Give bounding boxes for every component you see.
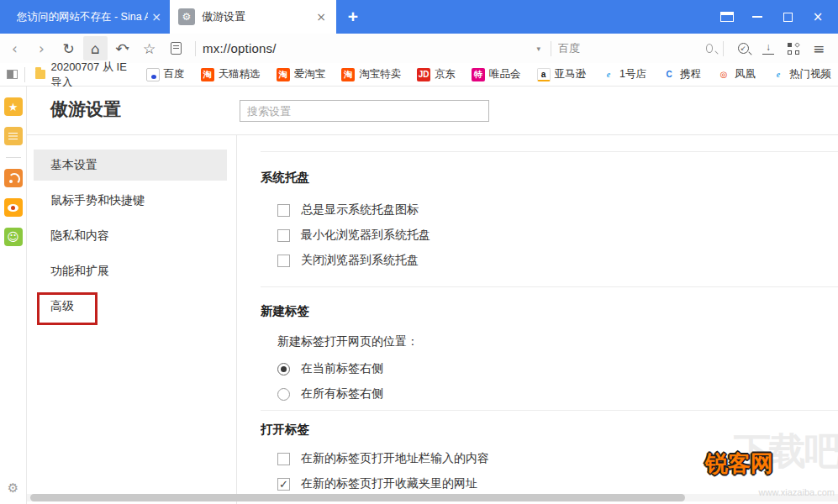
folder-icon [35, 70, 46, 79]
window-controls: × [712, 0, 838, 34]
bookmark-taobao-sale[interactable]: 淘 淘宝特卖 [341, 67, 401, 81]
bookmark-folder[interactable]: 20200707 从 IE 导入 [35, 60, 130, 90]
search-icon[interactable] [706, 44, 713, 53]
close-window-button[interactable]: × [803, 0, 833, 34]
settings-gear-icon[interactable]: ⚙ [8, 480, 18, 496]
favorites-star-icon[interactable]: ★ [4, 97, 23, 116]
reading-list-button[interactable] [164, 36, 188, 60]
layout-panel-button[interactable] [712, 0, 742, 34]
bookmark-ctrip[interactable]: C 携程 [662, 67, 701, 81]
bookmark-aitaobao[interactable]: 淘 爱淘宝 [277, 67, 326, 81]
apps-grid-button[interactable] [781, 36, 806, 60]
ctrip-dolphin-icon: C [662, 68, 676, 81]
section-heading-opentab: 打开标签 [261, 421, 838, 438]
minimize-icon [752, 16, 762, 18]
checkbox-row[interactable]: ✓ 在新的标签页打开地址栏输入的内容 [261, 449, 838, 468]
divider [261, 151, 838, 152]
bookmark-jd[interactable]: JD 京东 [417, 67, 456, 81]
main-menu-button[interactable]: ≡ [806, 36, 831, 60]
tab-title: 傲游设置 [202, 9, 313, 24]
taobao-icon: 淘 [341, 68, 355, 81]
chevron-down-icon: ▾ [126, 45, 129, 52]
divider [551, 41, 551, 56]
home-button[interactable]: ⌂ [83, 36, 108, 60]
ie-e-icon: e [772, 68, 785, 81]
reload-button[interactable]: ↻ [56, 36, 81, 60]
forward-button[interactable]: › [29, 36, 54, 60]
titlebar: 您访问的网站不存在 - Sina A × ⚙ 傲游设置 × + × [0, 0, 838, 34]
baidu-paw-icon [146, 68, 160, 81]
checkbox-row[interactable]: ✓ 在新的标签页打开收藏夹里的网址 [261, 475, 838, 492]
bookmark-ifeng[interactable]: ◎ 凤凰 [717, 67, 756, 81]
radio[interactable] [277, 388, 290, 401]
menu-item-privacy[interactable]: 隐私和内容 [34, 220, 227, 251]
newtab-position-label: 新建标签打开网页的位置： [261, 334, 838, 349]
scrollbar-thumb[interactable] [30, 494, 685, 501]
download-button[interactable] [756, 36, 781, 60]
menu-item-gestures[interactable]: 鼠标手势和快捷键 [34, 185, 227, 216]
tab-title: 您访问的网站不存在 - Sina A [17, 10, 148, 24]
maximize-button[interactable] [772, 0, 803, 34]
bookmark-tmall[interactable]: 淘 天猫精选 [201, 67, 261, 81]
taobao-icon: 淘 [201, 68, 214, 81]
checkbox-row[interactable]: ✓ 关闭浏览器到系统托盘 [261, 251, 838, 270]
bookmark-amazon[interactable]: a 亚马逊 [537, 67, 587, 81]
checkbox-row[interactable]: ✓ 最小化浏览器到系统托盘 [261, 226, 838, 244]
undo-closed-tab-button[interactable]: ↶ ▾ [110, 36, 134, 60]
horizontal-scrollbar[interactable] [27, 494, 838, 501]
address-bar[interactable]: mx://options/ [203, 41, 277, 55]
nav-right-cluster: ▾ ↙ ≡ [533, 36, 838, 60]
snap-icon: ↙ [738, 43, 749, 54]
checkbox[interactable]: ✓ [277, 255, 290, 267]
jd-icon: JD [417, 68, 430, 81]
panel-icon [720, 12, 734, 22]
bookmark-baidu[interactable]: 百度 [146, 67, 185, 81]
weibo-eye-icon[interactable] [4, 198, 23, 217]
smiley-icon[interactable]: ☺ [4, 228, 23, 246]
bookmark-folder-label: 20200707 从 IE 导入 [50, 60, 129, 90]
settings-content: 系统托盘 ✓ 总是显示系统托盘图标 ✓ 最小化浏览器到系统托盘 ✓ 关闭浏览器到… [261, 134, 838, 492]
checkbox[interactable]: ✓ [277, 229, 290, 242]
grid-icon [788, 43, 799, 55]
close-icon[interactable]: × [148, 10, 165, 24]
gear-icon: ⚙ [178, 8, 195, 25]
maximize-icon [783, 13, 793, 22]
amazon-icon: a [537, 68, 551, 81]
back-button[interactable]: ‹ [3, 36, 27, 60]
bookmark-vipshop[interactable]: 特 唯品会 [472, 67, 521, 81]
radio-row[interactable]: 在当前标签右侧 [261, 360, 838, 378]
tab-sina[interactable]: 您访问的网站不存在 - Sina A × [5, 0, 170, 34]
divider [236, 135, 237, 504]
taobao-icon: 淘 [277, 68, 290, 81]
checkbox[interactable]: ✓ [277, 453, 290, 465]
menu-item-features[interactable]: 功能和扩展 [34, 255, 227, 286]
bookmark-yhd[interactable]: e 1号店 [602, 67, 646, 81]
rss-icon[interactable] [4, 169, 23, 187]
checkbox[interactable]: ✓ [277, 204, 290, 217]
divider [195, 41, 196, 56]
app-sidebar: ★ ☺ ⚙ [0, 87, 27, 504]
minimize-button[interactable] [742, 0, 772, 34]
radio[interactable] [277, 363, 290, 375]
bookmark-hot-video[interactable]: e 热门视频 [772, 67, 831, 81]
radio-row[interactable]: 在所有标签右侧 [261, 385, 838, 403]
sidebar-toggle-icon[interactable] [7, 70, 18, 79]
menu-item-basic[interactable]: 基本设置 [34, 150, 227, 181]
new-tab-button[interactable]: + [336, 0, 370, 34]
quick-search-box[interactable] [558, 38, 716, 60]
bookmarks-bar: 20200707 从 IE 导入 百度 淘 天猫精选 淘 爱淘宝 淘 淘宝特卖 … [0, 63, 838, 87]
divider [6, 157, 21, 158]
chevron-down-icon[interactable]: ▾ [533, 45, 544, 53]
divider [723, 41, 724, 56]
settings-search-input[interactable] [240, 100, 489, 122]
search-input[interactable] [558, 42, 706, 55]
menu-item-advanced[interactable]: 高级 [34, 291, 227, 322]
notes-icon[interactable] [4, 127, 23, 145]
favorite-star-button[interactable]: ☆ [137, 36, 161, 60]
note-icon [171, 42, 182, 55]
close-icon[interactable]: × [313, 10, 329, 24]
checkbox[interactable]: ✓ [277, 478, 290, 491]
tab-settings[interactable]: ⚙ 傲游设置 × [170, 0, 336, 34]
checkbox-row[interactable]: ✓ 总是显示系统托盘图标 [261, 201, 838, 219]
snap-button[interactable]: ↙ [730, 36, 756, 60]
